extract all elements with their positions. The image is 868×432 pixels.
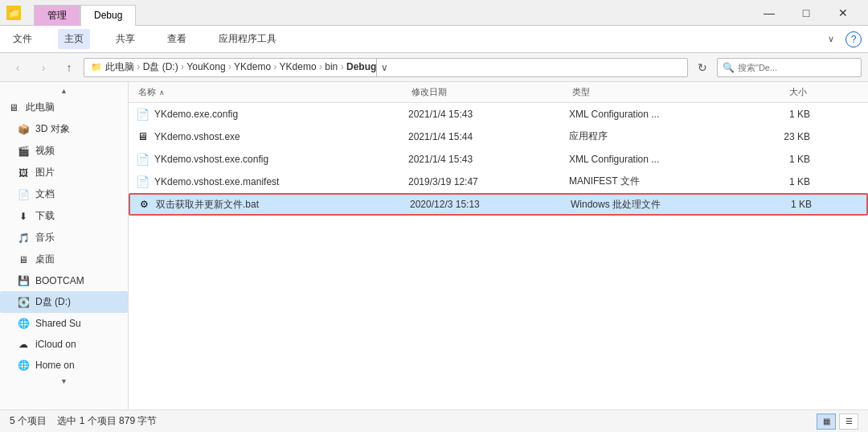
file-size-f1: 1 KB <box>746 109 810 120</box>
thispc-icon: 🖥 <box>6 101 21 114</box>
tab-debug[interactable]: Debug <box>80 5 136 26</box>
collapse-ribbon-button[interactable]: ∨ <box>820 28 842 51</box>
file-icon-f3: 📄 <box>135 152 149 167</box>
tab-manage[interactable]: 管理 <box>34 5 80 26</box>
sidebar-item-homeon[interactable]: 🌐 Home on <box>0 355 128 376</box>
ribbon-home[interactable]: 主页 <box>58 29 90 49</box>
ribbon-share[interactable]: 共享 <box>109 29 141 49</box>
sidebar-item-pictures[interactable]: 🖼 图片 <box>0 162 128 183</box>
sidebar-item-downloads[interactable]: ⬇ 下载 <box>0 205 128 227</box>
file-row-f4[interactable]: 📄 YKdemo.vshost.exe.manifest 2019/3/19 1… <box>129 171 868 193</box>
back-button[interactable]: ‹ <box>6 56 29 79</box>
col-header-date[interactable]: 修改日期 <box>408 82 569 102</box>
file-size-f3: 1 KB <box>746 154 810 165</box>
music-icon: 🎵 <box>16 232 31 245</box>
ribbon-apptool[interactable]: 应用程序工具 <box>212 29 283 49</box>
file-date-f1: 2021/1/4 15:43 <box>408 109 569 120</box>
sidebar-item-documents[interactable]: 📄 文档 <box>0 183 128 205</box>
col-header-type[interactable]: 类型 <box>569 82 746 102</box>
file-type-f2: 应用程序 <box>569 130 746 143</box>
sidebar-scroll-down[interactable]: ▼ <box>0 376 128 387</box>
file-size-f5: 1 KB <box>747 199 812 210</box>
status-bar: 5 个项目 选中 1 个项目 879 字节 ▦ ☰ <box>0 409 868 432</box>
file-date-f4: 2019/3/19 12:47 <box>408 176 569 187</box>
downloads-icon: ⬇ <box>16 210 31 223</box>
minimize-button[interactable]: — <box>751 0 788 26</box>
documents-icon: 📄 <box>16 188 31 201</box>
file-icon-f4: 📄 <box>135 175 149 189</box>
sidebar-item-sharedsu[interactable]: 🌐 Shared Su <box>0 313 128 334</box>
file-icon-f1: 📄 <box>135 107 149 121</box>
help-button[interactable]: ? <box>845 31 862 47</box>
ribbon-file[interactable]: 文件 <box>6 29 39 49</box>
file-name-f5: ⚙ 双击获取并更新文件.bat <box>137 197 410 212</box>
file-type-f1: XML Configuration ... <box>569 109 746 120</box>
file-row-f5[interactable]: ⚙ 双击获取并更新文件.bat 2020/12/3 15:13 Windows … <box>129 193 868 216</box>
file-row-f3[interactable]: 📄 YKdemo.vshost.exe.config 2021/1/4 15:4… <box>129 148 868 171</box>
file-type-f5: Windows 批处理文件 <box>571 198 747 212</box>
sidebar-item-videos[interactable]: 🎬 视频 <box>0 140 128 162</box>
sidebar-item-thispc[interactable]: 🖥 此电脑 <box>0 97 128 118</box>
file-icon-f2: 🖥 <box>135 130 149 144</box>
address-bar[interactable]: 📁 此电脑 › D盘 (D:) › YouKong › YKdemo › YKd… <box>84 58 688 77</box>
file-icon-f5: ⚙ <box>137 197 151 212</box>
status-item-count: 5 个项目 选中 1 个项目 879 字节 <box>10 414 157 428</box>
toolbar: ‹ › ↑ 📁 此电脑 › D盘 (D:) › YouKong › YKdemo… <box>0 53 868 82</box>
pictures-icon: 🖼 <box>16 167 31 179</box>
window-icon: 📁 <box>6 6 21 20</box>
sidebar-item-icloud[interactable]: ☁ iCloud on <box>0 334 128 355</box>
search-icon: 🔍 <box>723 62 735 73</box>
col-header-size[interactable]: 大小 <box>746 82 810 102</box>
file-row-f2[interactable]: 🖥 YKdemo.vshost.exe 2021/1/4 15:44 应用程序 … <box>129 125 868 148</box>
col-header-name[interactable]: 名称 ∧ <box>135 82 408 102</box>
file-name-f3: 📄 YKdemo.vshost.exe.config <box>135 152 408 167</box>
sharedsu-icon: 🌐 <box>16 317 31 330</box>
icloud-icon: ☁ <box>16 338 31 351</box>
desktop-icon: 🖥 <box>16 253 31 266</box>
search-bar[interactable]: 🔍 <box>717 58 862 77</box>
homeon-icon: 🌐 <box>16 359 31 372</box>
title-tabs: 管理 Debug <box>34 0 136 26</box>
title-bar-left: 📁 管理 Debug <box>6 0 751 26</box>
sidebar-scroll-up[interactable]: ▲ <box>0 85 128 97</box>
up-button[interactable]: ↑ <box>58 56 80 79</box>
file-date-f5: 2020/12/3 15:13 <box>410 199 571 210</box>
file-name-f1: 📄 YKdemo.exe.config <box>135 107 408 121</box>
file-name-f4: 📄 YKdemo.vshost.exe.manifest <box>135 175 408 189</box>
sort-arrow-name: ∧ <box>159 88 165 97</box>
title-bar: 📁 管理 Debug — □ ✕ <box>0 0 868 26</box>
status-view-controls: ▦ ☰ <box>817 413 858 430</box>
address-dropdown-button[interactable]: ∨ <box>376 58 392 77</box>
videos-icon: 🎬 <box>16 145 31 158</box>
window-controls: — □ ✕ <box>751 0 862 26</box>
file-size-f2: 23 KB <box>746 131 810 142</box>
file-type-f4: MANIFEST 文件 <box>569 175 746 188</box>
file-date-f3: 2021/1/4 15:43 <box>408 154 569 165</box>
file-date-f2: 2021/1/4 15:44 <box>408 131 569 142</box>
view-list-button[interactable]: ☰ <box>839 413 858 430</box>
sidebar: ▲ 🖥 此电脑 📦 3D 对象 🎬 视频 🖼 图片 📄 文档 ⬇ 下载 🎵 音乐 <box>0 82 129 409</box>
close-button[interactable]: ✕ <box>825 0 862 26</box>
ribbon: 文件 主页 共享 查看 应用程序工具 ∨ ? <box>0 26 868 53</box>
sidebar-item-desktop[interactable]: 🖥 桌面 <box>0 249 128 270</box>
ddrive-icon: 💽 <box>16 296 31 309</box>
forward-button[interactable]: › <box>32 56 55 79</box>
file-type-f3: XML Configuration ... <box>569 154 746 165</box>
file-list-header: 名称 ∧ 修改日期 类型 大小 <box>129 82 868 103</box>
refresh-button[interactable]: ↻ <box>691 56 714 79</box>
main-container: ▲ 🖥 此电脑 📦 3D 对象 🎬 视频 🖼 图片 📄 文档 ⬇ 下载 🎵 音乐 <box>0 82 868 409</box>
address-path: 此电脑 › D盘 (D:) › YouKong › YKdemo › YKdem… <box>105 60 376 74</box>
file-row-f1[interactable]: 📄 YKdemo.exe.config 2021/1/4 15:43 XML C… <box>129 103 868 125</box>
maximize-button[interactable]: □ <box>788 0 825 26</box>
file-name-f2: 🖥 YKdemo.vshost.exe <box>135 130 408 144</box>
sidebar-item-3dobjects[interactable]: 📦 3D 对象 <box>0 118 128 140</box>
file-list: 名称 ∧ 修改日期 类型 大小 📄 YKdemo.exe.config 2021… <box>129 82 868 409</box>
sidebar-item-bootcamp[interactable]: 💾 BOOTCAM <box>0 270 128 291</box>
ribbon-view[interactable]: 查看 <box>161 29 193 49</box>
bootcamp-icon: 💾 <box>16 274 31 287</box>
sidebar-item-ddrive[interactable]: 💽 D盘 (D:) <box>0 291 128 313</box>
sidebar-item-music[interactable]: 🎵 音乐 <box>0 227 128 249</box>
file-size-f4: 1 KB <box>746 176 810 187</box>
search-input[interactable] <box>738 63 856 72</box>
view-grid-button[interactable]: ▦ <box>817 413 836 430</box>
